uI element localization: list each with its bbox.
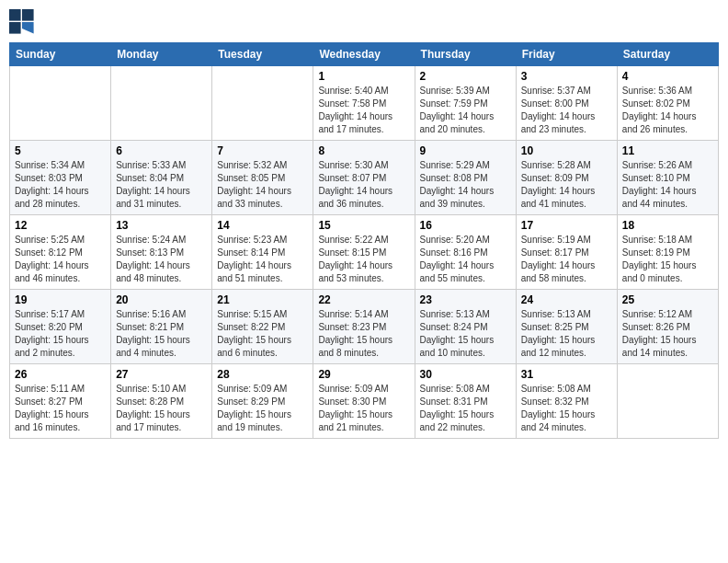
calendar-cell: 13Sunrise: 5:24 AM Sunset: 8:13 PM Dayli… (111, 215, 212, 290)
calendar-cell: 8Sunrise: 5:30 AM Sunset: 8:07 PM Daylig… (313, 141, 415, 215)
calendar-cell: 19Sunrise: 5:17 AM Sunset: 8:20 PM Dayli… (10, 290, 111, 364)
svg-marker-3 (22, 22, 34, 34)
page-header (9, 9, 719, 35)
day-info: Sunrise: 5:19 AM Sunset: 8:17 PM Dayligh… (521, 234, 612, 285)
calendar-week-5: 26Sunrise: 5:11 AM Sunset: 8:27 PM Dayli… (10, 364, 719, 439)
day-number: 16 (420, 219, 511, 232)
day-number: 30 (420, 368, 511, 381)
calendar-cell: 6Sunrise: 5:33 AM Sunset: 8:04 PM Daylig… (111, 141, 212, 215)
day-number: 29 (318, 368, 409, 381)
calendar-cell: 14Sunrise: 5:23 AM Sunset: 8:14 PM Dayli… (212, 215, 313, 290)
day-info: Sunrise: 5:30 AM Sunset: 8:07 PM Dayligh… (318, 159, 409, 211)
day-number: 12 (15, 219, 106, 232)
day-number: 11 (622, 144, 713, 157)
col-header-monday: Monday (111, 43, 212, 66)
calendar-cell: 29Sunrise: 5:09 AM Sunset: 8:30 PM Dayli… (313, 364, 415, 439)
day-info: Sunrise: 5:11 AM Sunset: 8:27 PM Dayligh… (15, 383, 106, 434)
calendar-cell: 5Sunrise: 5:34 AM Sunset: 8:03 PM Daylig… (10, 141, 111, 215)
logo (9, 9, 39, 35)
day-info: Sunrise: 5:10 AM Sunset: 8:28 PM Dayligh… (116, 383, 207, 434)
col-header-wednesday: Wednesday (313, 43, 415, 66)
day-info: Sunrise: 5:36 AM Sunset: 8:02 PM Dayligh… (622, 85, 713, 136)
day-info: Sunrise: 5:26 AM Sunset: 8:10 PM Dayligh… (622, 159, 713, 211)
calendar-week-4: 19Sunrise: 5:17 AM Sunset: 8:20 PM Dayli… (10, 290, 719, 364)
col-header-saturday: Saturday (617, 43, 718, 66)
day-info: Sunrise: 5:08 AM Sunset: 8:31 PM Dayligh… (420, 383, 511, 434)
calendar-cell: 3Sunrise: 5:37 AM Sunset: 8:00 PM Daylig… (516, 66, 617, 141)
day-number: 21 (217, 293, 308, 306)
day-number: 8 (318, 144, 409, 157)
calendar-cell: 17Sunrise: 5:19 AM Sunset: 8:17 PM Dayli… (516, 215, 617, 290)
day-info: Sunrise: 5:18 AM Sunset: 8:19 PM Dayligh… (622, 234, 713, 285)
day-number: 26 (15, 368, 106, 381)
col-header-tuesday: Tuesday (212, 43, 313, 66)
calendar-cell: 31Sunrise: 5:08 AM Sunset: 8:32 PM Dayli… (516, 364, 617, 439)
calendar-cell (617, 364, 718, 439)
svg-rect-1 (22, 9, 34, 21)
day-info: Sunrise: 5:40 AM Sunset: 7:58 PM Dayligh… (318, 85, 409, 136)
day-info: Sunrise: 5:09 AM Sunset: 8:30 PM Dayligh… (318, 383, 409, 434)
calendar-cell: 22Sunrise: 5:14 AM Sunset: 8:23 PM Dayli… (313, 290, 415, 364)
calendar-cell: 2Sunrise: 5:39 AM Sunset: 7:59 PM Daylig… (415, 66, 516, 141)
day-info: Sunrise: 5:32 AM Sunset: 8:05 PM Dayligh… (217, 159, 308, 211)
day-number: 10 (521, 144, 612, 157)
calendar-cell: 24Sunrise: 5:13 AM Sunset: 8:25 PM Dayli… (516, 290, 617, 364)
day-number: 2 (420, 70, 511, 83)
day-number: 15 (318, 219, 409, 232)
day-number: 23 (420, 293, 511, 306)
day-info: Sunrise: 5:39 AM Sunset: 7:59 PM Dayligh… (420, 85, 511, 136)
day-info: Sunrise: 5:22 AM Sunset: 8:15 PM Dayligh… (318, 234, 409, 285)
day-info: Sunrise: 5:24 AM Sunset: 8:13 PM Dayligh… (116, 234, 207, 285)
calendar-cell: 25Sunrise: 5:12 AM Sunset: 8:26 PM Dayli… (617, 290, 718, 364)
day-number: 5 (15, 144, 106, 157)
day-info: Sunrise: 5:14 AM Sunset: 8:23 PM Dayligh… (318, 308, 409, 360)
calendar-cell: 9Sunrise: 5:29 AM Sunset: 8:08 PM Daylig… (415, 141, 516, 215)
calendar-cell: 26Sunrise: 5:11 AM Sunset: 8:27 PM Dayli… (10, 364, 111, 439)
day-info: Sunrise: 5:12 AM Sunset: 8:26 PM Dayligh… (622, 308, 713, 360)
day-info: Sunrise: 5:16 AM Sunset: 8:21 PM Dayligh… (116, 308, 207, 360)
day-info: Sunrise: 5:29 AM Sunset: 8:08 PM Dayligh… (420, 159, 511, 211)
day-number: 24 (521, 293, 612, 306)
day-number: 27 (116, 368, 207, 381)
day-info: Sunrise: 5:33 AM Sunset: 8:04 PM Dayligh… (116, 159, 207, 211)
day-info: Sunrise: 5:08 AM Sunset: 8:32 PM Dayligh… (521, 383, 612, 434)
day-number: 18 (622, 219, 713, 232)
col-header-sunday: Sunday (10, 43, 111, 66)
day-number: 1 (318, 70, 409, 83)
svg-rect-2 (9, 22, 21, 34)
calendar-week-1: 1Sunrise: 5:40 AM Sunset: 7:58 PM Daylig… (10, 66, 719, 141)
day-number: 13 (116, 219, 207, 232)
col-header-thursday: Thursday (415, 43, 516, 66)
day-number: 4 (622, 70, 713, 83)
calendar-week-2: 5Sunrise: 5:34 AM Sunset: 8:03 PM Daylig… (10, 141, 719, 215)
day-number: 31 (521, 368, 612, 381)
calendar-cell (212, 66, 313, 141)
calendar-cell: 23Sunrise: 5:13 AM Sunset: 8:24 PM Dayli… (415, 290, 516, 364)
calendar-cell (10, 66, 111, 141)
day-number: 19 (15, 293, 106, 306)
calendar-cell: 7Sunrise: 5:32 AM Sunset: 8:05 PM Daylig… (212, 141, 313, 215)
calendar-cell: 1Sunrise: 5:40 AM Sunset: 7:58 PM Daylig… (313, 66, 415, 141)
calendar-cell: 16Sunrise: 5:20 AM Sunset: 8:16 PM Dayli… (415, 215, 516, 290)
day-info: Sunrise: 5:20 AM Sunset: 8:16 PM Dayligh… (420, 234, 511, 285)
day-number: 20 (116, 293, 207, 306)
day-number: 25 (622, 293, 713, 306)
calendar-cell: 15Sunrise: 5:22 AM Sunset: 8:15 PM Dayli… (313, 215, 415, 290)
day-number: 3 (521, 70, 612, 83)
day-number: 7 (217, 144, 308, 157)
svg-rect-0 (9, 9, 21, 21)
calendar-cell: 20Sunrise: 5:16 AM Sunset: 8:21 PM Dayli… (111, 290, 212, 364)
col-header-friday: Friday (516, 43, 617, 66)
day-number: 9 (420, 144, 511, 157)
calendar-cell: 12Sunrise: 5:25 AM Sunset: 8:12 PM Dayli… (10, 215, 111, 290)
day-info: Sunrise: 5:17 AM Sunset: 8:20 PM Dayligh… (15, 308, 106, 360)
calendar-cell: 11Sunrise: 5:26 AM Sunset: 8:10 PM Dayli… (617, 141, 718, 215)
day-number: 22 (318, 293, 409, 306)
day-info: Sunrise: 5:09 AM Sunset: 8:29 PM Dayligh… (217, 383, 308, 434)
calendar-week-3: 12Sunrise: 5:25 AM Sunset: 8:12 PM Dayli… (10, 215, 719, 290)
day-number: 17 (521, 219, 612, 232)
calendar-cell: 4Sunrise: 5:36 AM Sunset: 8:02 PM Daylig… (617, 66, 718, 141)
day-info: Sunrise: 5:13 AM Sunset: 8:24 PM Dayligh… (420, 308, 511, 360)
day-number: 28 (217, 368, 308, 381)
calendar-cell: 18Sunrise: 5:18 AM Sunset: 8:19 PM Dayli… (617, 215, 718, 290)
